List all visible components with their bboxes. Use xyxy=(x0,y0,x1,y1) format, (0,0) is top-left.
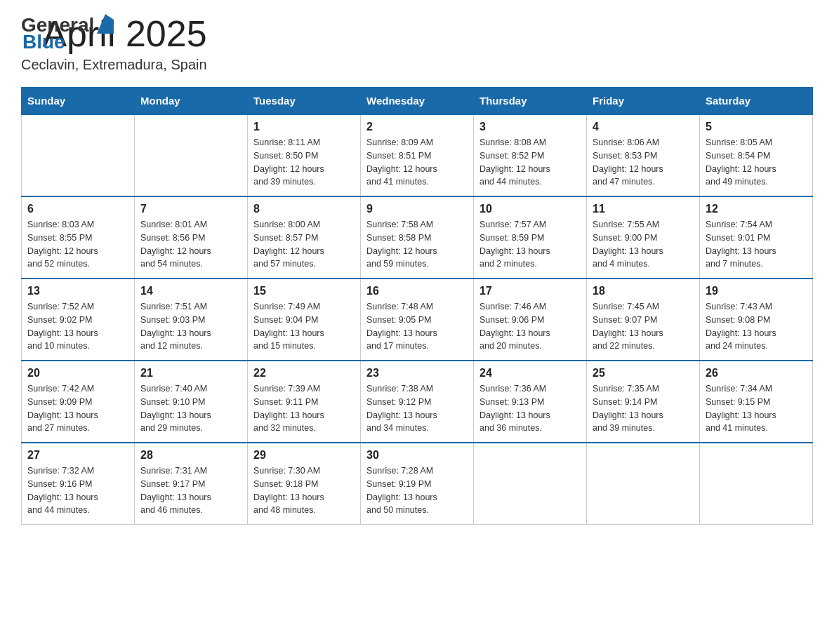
day-info: Sunrise: 7:34 AM Sunset: 9:15 PM Dayligh… xyxy=(706,382,807,435)
logo-container: General Blue xyxy=(21,14,117,53)
day-info: Sunrise: 7:28 AM Sunset: 9:19 PM Dayligh… xyxy=(366,464,468,517)
day-number: 20 xyxy=(27,367,128,380)
calendar-day-header: Friday xyxy=(587,88,700,115)
calendar-cell xyxy=(700,443,813,525)
calendar-day-header: Tuesday xyxy=(248,88,361,115)
calendar-cell: 5Sunrise: 8:05 AM Sunset: 8:54 PM Daylig… xyxy=(700,114,813,196)
calendar-table: SundayMondayTuesdayWednesdayThursdayFrid… xyxy=(21,87,813,525)
day-number: 15 xyxy=(253,285,355,297)
calendar-cell: 26Sunrise: 7:34 AM Sunset: 9:15 PM Dayli… xyxy=(700,361,813,443)
calendar-cell xyxy=(474,443,587,525)
calendar-cell: 13Sunrise: 7:52 AM Sunset: 9:02 PM Dayli… xyxy=(22,279,135,361)
day-info: Sunrise: 7:52 AM Sunset: 9:02 PM Dayligh… xyxy=(27,300,128,353)
calendar-day-header: Thursday xyxy=(474,88,587,115)
page-header: General April 2025 Ceclavin, Extremadura… xyxy=(21,14,813,73)
calendar-cell: 22Sunrise: 7:39 AM Sunset: 9:11 PM Dayli… xyxy=(248,361,361,443)
calendar-cell: 8Sunrise: 8:00 AM Sunset: 8:57 PM Daylig… xyxy=(248,196,361,279)
day-number: 14 xyxy=(140,285,241,297)
day-info: Sunrise: 8:09 AM Sunset: 8:51 PM Dayligh… xyxy=(366,136,468,189)
day-number: 26 xyxy=(706,367,807,380)
calendar-cell: 16Sunrise: 7:48 AM Sunset: 9:05 PM Dayli… xyxy=(361,279,474,361)
day-number: 21 xyxy=(140,367,241,380)
day-info: Sunrise: 8:03 AM Sunset: 8:55 PM Dayligh… xyxy=(27,218,128,271)
day-info: Sunrise: 8:08 AM Sunset: 8:52 PM Dayligh… xyxy=(479,136,581,189)
location-title: Ceclavin, Extremadura, Spain xyxy=(21,57,207,73)
day-number: 28 xyxy=(140,449,241,462)
calendar-cell: 29Sunrise: 7:30 AM Sunset: 9:18 PM Dayli… xyxy=(248,443,361,525)
calendar-cell: 25Sunrise: 7:35 AM Sunset: 9:14 PM Dayli… xyxy=(587,361,700,443)
day-info: Sunrise: 7:45 AM Sunset: 9:07 PM Dayligh… xyxy=(593,300,694,353)
day-info: Sunrise: 7:55 AM Sunset: 9:00 PM Dayligh… xyxy=(593,218,694,271)
calendar-cell: 18Sunrise: 7:45 AM Sunset: 9:07 PM Dayli… xyxy=(587,279,700,361)
calendar-day-header: Monday xyxy=(135,88,248,115)
day-info: Sunrise: 8:01 AM Sunset: 8:56 PM Dayligh… xyxy=(140,218,241,271)
calendar-day-header: Saturday xyxy=(700,88,813,115)
calendar-cell: 2Sunrise: 8:09 AM Sunset: 8:51 PM Daylig… xyxy=(361,114,474,196)
calendar-day-header: Sunday xyxy=(22,88,135,115)
day-info: Sunrise: 7:31 AM Sunset: 9:17 PM Dayligh… xyxy=(140,464,241,517)
calendar-cell xyxy=(135,114,248,196)
calendar-week-row: 1Sunrise: 8:11 AM Sunset: 8:50 PM Daylig… xyxy=(22,114,813,196)
day-number: 6 xyxy=(27,203,128,215)
day-info: Sunrise: 7:43 AM Sunset: 9:08 PM Dayligh… xyxy=(706,300,807,353)
calendar-cell: 30Sunrise: 7:28 AM Sunset: 9:19 PM Dayli… xyxy=(361,443,474,525)
day-info: Sunrise: 8:11 AM Sunset: 8:50 PM Dayligh… xyxy=(253,136,355,189)
day-number: 13 xyxy=(27,285,128,297)
calendar-cell: 9Sunrise: 7:58 AM Sunset: 8:58 PM Daylig… xyxy=(361,196,474,279)
day-number: 12 xyxy=(706,203,807,215)
day-number: 4 xyxy=(593,121,694,133)
calendar-week-row: 27Sunrise: 7:32 AM Sunset: 9:16 PM Dayli… xyxy=(22,443,813,525)
day-number: 10 xyxy=(479,203,581,215)
day-info: Sunrise: 7:39 AM Sunset: 9:11 PM Dayligh… xyxy=(253,382,355,435)
day-info: Sunrise: 8:06 AM Sunset: 8:53 PM Dayligh… xyxy=(593,136,694,189)
calendar-header-row: SundayMondayTuesdayWednesdayThursdayFrid… xyxy=(22,88,813,115)
day-info: Sunrise: 7:38 AM Sunset: 9:12 PM Dayligh… xyxy=(366,382,468,435)
calendar-cell xyxy=(22,114,135,196)
day-info: Sunrise: 7:32 AM Sunset: 9:16 PM Dayligh… xyxy=(27,464,128,517)
day-number: 16 xyxy=(366,285,468,297)
logo-text-blue: Blue xyxy=(22,31,117,53)
day-info: Sunrise: 8:05 AM Sunset: 8:54 PM Dayligh… xyxy=(706,136,807,189)
day-number: 30 xyxy=(366,449,468,462)
day-number: 5 xyxy=(706,121,807,133)
calendar-cell: 17Sunrise: 7:46 AM Sunset: 9:06 PM Dayli… xyxy=(474,279,587,361)
day-info: Sunrise: 7:36 AM Sunset: 9:13 PM Dayligh… xyxy=(479,382,581,435)
calendar-cell: 24Sunrise: 7:36 AM Sunset: 9:13 PM Dayli… xyxy=(474,361,587,443)
calendar-cell: 6Sunrise: 8:03 AM Sunset: 8:55 PM Daylig… xyxy=(22,196,135,279)
day-info: Sunrise: 7:46 AM Sunset: 9:06 PM Dayligh… xyxy=(479,300,581,353)
day-number: 1 xyxy=(253,121,355,133)
calendar-cell: 21Sunrise: 7:40 AM Sunset: 9:10 PM Dayli… xyxy=(135,361,248,443)
calendar-day-header: Wednesday xyxy=(361,88,474,115)
calendar-cell: 11Sunrise: 7:55 AM Sunset: 9:00 PM Dayli… xyxy=(587,196,700,279)
day-info: Sunrise: 8:00 AM Sunset: 8:57 PM Dayligh… xyxy=(253,218,355,271)
calendar-cell: 27Sunrise: 7:32 AM Sunset: 9:16 PM Dayli… xyxy=(22,443,135,525)
calendar-cell: 4Sunrise: 8:06 AM Sunset: 8:53 PM Daylig… xyxy=(587,114,700,196)
calendar-cell: 1Sunrise: 8:11 AM Sunset: 8:50 PM Daylig… xyxy=(248,114,361,196)
calendar-cell: 14Sunrise: 7:51 AM Sunset: 9:03 PM Dayli… xyxy=(135,279,248,361)
day-info: Sunrise: 7:48 AM Sunset: 9:05 PM Dayligh… xyxy=(366,300,468,353)
day-info: Sunrise: 7:54 AM Sunset: 9:01 PM Dayligh… xyxy=(706,218,807,271)
calendar-cell: 7Sunrise: 8:01 AM Sunset: 8:56 PM Daylig… xyxy=(135,196,248,279)
calendar-cell: 20Sunrise: 7:42 AM Sunset: 9:09 PM Dayli… xyxy=(22,361,135,443)
calendar-week-row: 13Sunrise: 7:52 AM Sunset: 9:02 PM Dayli… xyxy=(22,279,813,361)
day-number: 23 xyxy=(366,367,468,380)
day-info: Sunrise: 7:51 AM Sunset: 9:03 PM Dayligh… xyxy=(140,300,241,353)
calendar-cell: 23Sunrise: 7:38 AM Sunset: 9:12 PM Dayli… xyxy=(361,361,474,443)
calendar-cell: 12Sunrise: 7:54 AM Sunset: 9:01 PM Dayli… xyxy=(700,196,813,279)
calendar-cell: 19Sunrise: 7:43 AM Sunset: 9:08 PM Dayli… xyxy=(700,279,813,361)
day-number: 3 xyxy=(479,121,581,133)
day-number: 22 xyxy=(253,367,355,380)
calendar-cell: 3Sunrise: 8:08 AM Sunset: 8:52 PM Daylig… xyxy=(474,114,587,196)
day-info: Sunrise: 7:40 AM Sunset: 9:10 PM Dayligh… xyxy=(140,382,241,435)
day-info: Sunrise: 7:58 AM Sunset: 8:58 PM Dayligh… xyxy=(366,218,468,271)
day-number: 24 xyxy=(479,367,581,380)
day-info: Sunrise: 7:35 AM Sunset: 9:14 PM Dayligh… xyxy=(593,382,694,435)
day-info: Sunrise: 7:30 AM Sunset: 9:18 PM Dayligh… xyxy=(253,464,355,517)
day-number: 29 xyxy=(253,449,355,462)
day-number: 25 xyxy=(593,367,694,380)
day-number: 9 xyxy=(366,203,468,215)
calendar-week-row: 6Sunrise: 8:03 AM Sunset: 8:55 PM Daylig… xyxy=(22,196,813,279)
calendar-week-row: 20Sunrise: 7:42 AM Sunset: 9:09 PM Dayli… xyxy=(22,361,813,443)
day-number: 27 xyxy=(27,449,128,462)
day-number: 8 xyxy=(253,203,355,215)
